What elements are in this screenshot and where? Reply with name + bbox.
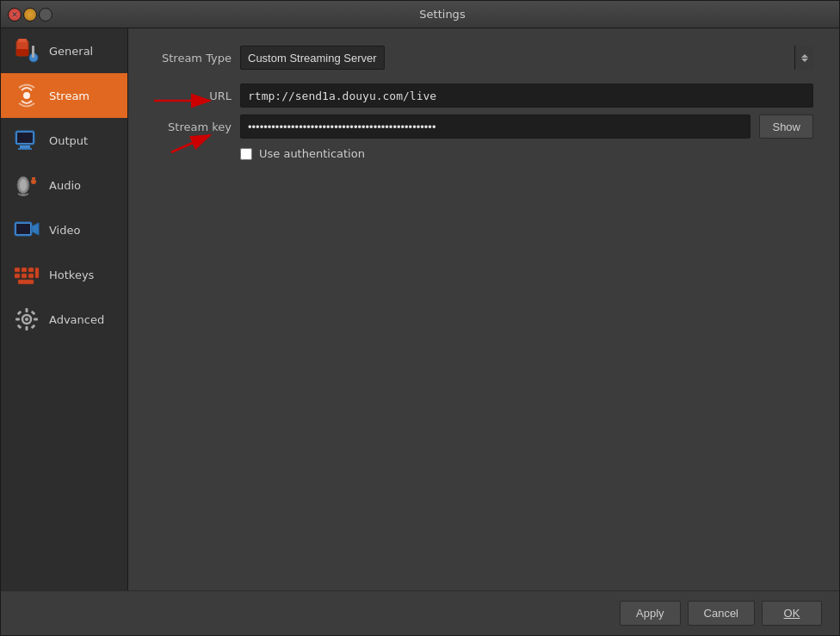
minimize-button[interactable] [23,8,37,22]
window-title: Settings [52,8,832,21]
sidebar-label-hotkeys: Hotkeys [49,269,94,281]
svg-rect-7 [17,133,33,143]
arrow-up-icon [801,54,808,58]
url-label: URL [154,90,232,102]
content-area: Stream Type Custom Streaming Server URL [128,28,839,590]
hotkeys-icon [13,261,40,288]
sidebar-label-output: Output [49,134,88,147]
sidebar-label-general: General [49,45,93,58]
sidebar-label-audio: Audio [49,179,81,192]
svg-point-13 [31,179,36,184]
auth-checkbox[interactable] [240,148,252,160]
svg-rect-9 [18,148,32,150]
sidebar-item-audio[interactable]: Audio [1,163,127,207]
stream-type-label: Stream Type [154,52,232,65]
output-icon [13,127,40,154]
svg-rect-30 [15,318,20,321]
sidebar-item-hotkeys[interactable]: Hotkeys [1,252,127,297]
url-section: URL Stream key Show Use authentication [154,83,813,160]
svg-rect-29 [26,326,28,330]
select-arrow-icon [794,46,813,70]
svg-rect-8 [20,145,30,148]
sidebar-label-stream: Stream [49,90,90,102]
svg-rect-1 [18,39,27,42]
svg-point-5 [23,92,30,99]
stream-icon [13,82,40,109]
svg-rect-32 [17,311,22,316]
window-controls: ✕ [8,8,52,22]
url-input[interactable] [240,83,813,108]
svg-marker-17 [32,223,39,235]
sidebar-item-output[interactable]: Output [1,118,127,163]
window-icon [39,8,52,22]
advanced-icon [13,306,40,333]
stream-key-label: Stream key [154,120,232,133]
svg-rect-33 [31,311,36,316]
show-button[interactable]: Show [759,114,813,139]
auth-row: Use authentication [240,147,813,160]
url-row: URL [154,83,813,108]
svg-rect-19 [22,268,27,272]
general-icon [13,37,40,65]
settings-window: ✕ Settings Gener [0,0,840,636]
auth-label[interactable]: Use authentication [259,147,365,160]
sidebar-label-video: Video [49,224,80,237]
title-bar: ✕ Settings [1,1,839,28]
cancel-button[interactable]: Cancel [688,601,755,626]
stream-key-input[interactable] [240,114,750,139]
svg-rect-20 [28,268,34,272]
svg-rect-16 [16,224,30,234]
svg-rect-22 [22,274,27,278]
svg-rect-21 [15,274,20,278]
sidebar-label-advanced: Advanced [49,313,104,326]
svg-rect-23 [28,274,34,278]
sidebar: General Stream [1,28,128,590]
stream-key-row: Stream key Show [154,114,813,139]
close-button[interactable]: ✕ [8,8,22,22]
svg-rect-25 [18,280,34,284]
svg-rect-24 [35,268,39,278]
ok-button[interactable]: OK [762,601,822,626]
apply-button[interactable]: Apply [620,601,681,626]
stream-type-row: Stream Type Custom Streaming Server [154,46,813,70]
sidebar-item-advanced[interactable]: Advanced [1,297,127,342]
sidebar-item-general[interactable]: General [1,28,127,73]
svg-point-27 [25,318,28,321]
svg-point-11 [20,179,27,191]
svg-rect-4 [32,46,34,58]
stream-type-select-wrapper: Custom Streaming Server [240,46,813,70]
svg-rect-34 [17,324,22,330]
stream-type-select[interactable]: Custom Streaming Server [240,46,385,70]
svg-rect-28 [26,308,28,312]
svg-rect-31 [34,318,38,321]
bottom-bar: Apply Cancel OK [1,590,839,635]
sidebar-item-stream[interactable]: Stream [1,73,127,118]
svg-rect-35 [31,324,36,330]
video-icon [13,216,40,244]
arrow-down-icon [801,59,808,62]
sidebar-item-video[interactable]: Video [1,207,127,252]
svg-rect-2 [16,49,28,56]
svg-rect-18 [15,268,20,272]
stream-settings: Stream Type Custom Streaming Server URL [154,46,813,160]
main-content: General Stream [1,28,839,590]
audio-icon [13,171,40,199]
